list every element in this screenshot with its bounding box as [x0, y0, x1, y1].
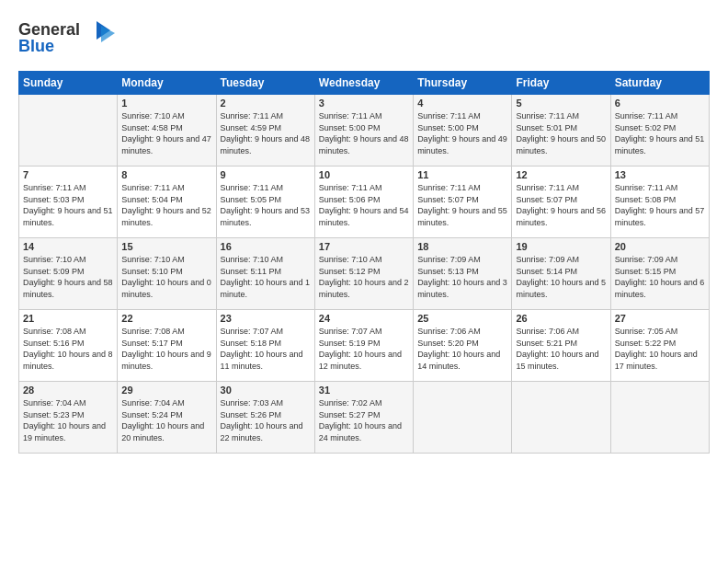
day-number: 3: [319, 98, 409, 109]
day-info: Sunrise: 7:10 AM Sunset: 5:12 PM Dayligh…: [319, 254, 409, 300]
calendar-cell: 26 Sunrise: 7:06 AM Sunset: 5:21 PM Dayl…: [512, 310, 610, 382]
day-info: Sunrise: 7:11 AM Sunset: 5:07 PM Dayligh…: [516, 182, 606, 228]
day-info: Sunrise: 7:07 AM Sunset: 5:18 PM Dayligh…: [221, 326, 311, 372]
calendar-cell: 4 Sunrise: 7:11 AM Sunset: 5:00 PM Dayli…: [414, 95, 512, 167]
day-info: Sunrise: 7:11 AM Sunset: 5:06 PM Dayligh…: [319, 182, 409, 228]
calendar-cell: 25 Sunrise: 7:06 AM Sunset: 5:20 PM Dayl…: [414, 310, 512, 382]
day-info: Sunrise: 7:03 AM Sunset: 5:26 PM Dayligh…: [221, 397, 311, 443]
calendar-cell: 3 Sunrise: 7:11 AM Sunset: 5:00 PM Dayli…: [314, 95, 413, 167]
day-info: Sunrise: 7:10 AM Sunset: 4:58 PM Dayligh…: [121, 110, 211, 156]
day-info: Sunrise: 7:04 AM Sunset: 5:23 PM Dayligh…: [23, 397, 113, 443]
calendar-cell: 13 Sunrise: 7:11 AM Sunset: 5:08 PM Dayl…: [610, 167, 709, 238]
calendar-header: Sunday Monday Tuesday Wednesday Thursday…: [19, 72, 710, 95]
calendar-body: 1 Sunrise: 7:10 AM Sunset: 4:58 PM Dayli…: [19, 95, 710, 454]
header-wednesday: Wednesday: [314, 72, 413, 95]
day-info: Sunrise: 7:11 AM Sunset: 5:01 PM Dayligh…: [516, 110, 606, 156]
day-info: Sunrise: 7:11 AM Sunset: 5:05 PM Dayligh…: [221, 182, 311, 228]
day-number: 5: [516, 98, 606, 109]
day-number: 14: [23, 241, 113, 252]
day-info: Sunrise: 7:11 AM Sunset: 5:00 PM Dayligh…: [319, 110, 409, 156]
header-saturday: Saturday: [610, 72, 709, 95]
calendar-cell: 7 Sunrise: 7:11 AM Sunset: 5:03 PM Dayli…: [19, 167, 118, 238]
day-info: Sunrise: 7:06 AM Sunset: 5:20 PM Dayligh…: [417, 326, 507, 372]
calendar-cell: 27 Sunrise: 7:05 AM Sunset: 5:22 PM Dayl…: [610, 310, 709, 382]
day-number: 6: [615, 98, 705, 109]
day-info: Sunrise: 7:10 AM Sunset: 5:10 PM Dayligh…: [121, 254, 211, 300]
header-friday: Friday: [512, 72, 610, 95]
day-info: Sunrise: 7:08 AM Sunset: 5:17 PM Dayligh…: [121, 326, 211, 372]
day-number: 29: [121, 385, 211, 396]
calendar-week-1: 7 Sunrise: 7:11 AM Sunset: 5:03 PM Dayli…: [19, 167, 710, 238]
calendar-cell: 29 Sunrise: 7:04 AM Sunset: 5:24 PM Dayl…: [118, 382, 216, 454]
day-number: 26: [516, 313, 606, 324]
day-number: 16: [221, 241, 311, 252]
svg-text:General: General: [18, 20, 80, 39]
day-number: 17: [319, 241, 409, 252]
day-number: 4: [417, 98, 507, 109]
day-number: 15: [121, 241, 211, 252]
day-number: 12: [516, 169, 606, 180]
calendar-cell: 8 Sunrise: 7:11 AM Sunset: 5:04 PM Dayli…: [118, 167, 216, 238]
calendar-cell: [414, 382, 512, 454]
day-info: Sunrise: 7:11 AM Sunset: 5:03 PM Dayligh…: [23, 182, 113, 228]
day-info: Sunrise: 7:09 AM Sunset: 5:15 PM Dayligh…: [615, 254, 705, 300]
day-number: 10: [319, 169, 409, 180]
day-info: Sunrise: 7:07 AM Sunset: 5:19 PM Dayligh…: [319, 326, 409, 372]
calendar-cell: [610, 382, 709, 454]
calendar-cell: 9 Sunrise: 7:11 AM Sunset: 5:05 PM Dayli…: [216, 167, 314, 238]
header-row: Sunday Monday Tuesday Wednesday Thursday…: [19, 72, 710, 95]
day-number: 8: [121, 169, 211, 180]
header: General Blue: [18, 17, 710, 62]
day-info: Sunrise: 7:04 AM Sunset: 5:24 PM Dayligh…: [121, 397, 211, 443]
day-info: Sunrise: 7:11 AM Sunset: 5:04 PM Dayligh…: [121, 182, 211, 228]
day-info: Sunrise: 7:10 AM Sunset: 5:09 PM Dayligh…: [23, 254, 113, 300]
day-number: 13: [615, 169, 705, 180]
calendar-cell: 28 Sunrise: 7:04 AM Sunset: 5:23 PM Dayl…: [19, 382, 118, 454]
day-info: Sunrise: 7:02 AM Sunset: 5:27 PM Dayligh…: [319, 397, 409, 443]
day-info: Sunrise: 7:10 AM Sunset: 5:11 PM Dayligh…: [221, 254, 311, 300]
day-info: Sunrise: 7:05 AM Sunset: 5:22 PM Dayligh…: [615, 326, 705, 372]
page: General Blue Sunday Monday Tuesday Wedne…: [0, 0, 728, 463]
day-number: 22: [121, 313, 211, 324]
day-number: 31: [319, 385, 409, 396]
calendar-cell: 10 Sunrise: 7:11 AM Sunset: 5:06 PM Dayl…: [314, 167, 413, 238]
day-info: Sunrise: 7:11 AM Sunset: 5:02 PM Dayligh…: [615, 110, 705, 156]
day-number: 20: [615, 241, 705, 252]
day-info: Sunrise: 7:09 AM Sunset: 5:13 PM Dayligh…: [417, 254, 507, 300]
calendar-cell: 24 Sunrise: 7:07 AM Sunset: 5:19 PM Dayl…: [314, 310, 413, 382]
calendar-cell: 30 Sunrise: 7:03 AM Sunset: 5:26 PM Dayl…: [216, 382, 314, 454]
day-info: Sunrise: 7:08 AM Sunset: 5:16 PM Dayligh…: [23, 326, 113, 372]
calendar-week-3: 21 Sunrise: 7:08 AM Sunset: 5:16 PM Dayl…: [19, 310, 710, 382]
header-monday: Monday: [118, 72, 216, 95]
calendar-cell: 17 Sunrise: 7:10 AM Sunset: 5:12 PM Dayl…: [314, 238, 413, 310]
calendar-cell: 23 Sunrise: 7:07 AM Sunset: 5:18 PM Dayl…: [216, 310, 314, 382]
calendar-cell: 22 Sunrise: 7:08 AM Sunset: 5:17 PM Dayl…: [118, 310, 216, 382]
day-number: 21: [23, 313, 113, 324]
calendar-cell: 20 Sunrise: 7:09 AM Sunset: 5:15 PM Dayl…: [610, 238, 709, 310]
calendar-cell: 16 Sunrise: 7:10 AM Sunset: 5:11 PM Dayl…: [216, 238, 314, 310]
calendar-cell: 19 Sunrise: 7:09 AM Sunset: 5:14 PM Dayl…: [512, 238, 610, 310]
day-info: Sunrise: 7:06 AM Sunset: 5:21 PM Dayligh…: [516, 326, 606, 372]
day-number: 25: [417, 313, 507, 324]
day-number: 19: [516, 241, 606, 252]
svg-text:Blue: Blue: [18, 37, 54, 55]
calendar-week-4: 28 Sunrise: 7:04 AM Sunset: 5:23 PM Dayl…: [19, 382, 710, 454]
day-number: 18: [417, 241, 507, 252]
header-thursday: Thursday: [414, 72, 512, 95]
calendar-cell: 12 Sunrise: 7:11 AM Sunset: 5:07 PM Dayl…: [512, 167, 610, 238]
calendar-cell: 31 Sunrise: 7:02 AM Sunset: 5:27 PM Dayl…: [314, 382, 413, 454]
calendar-cell: 2 Sunrise: 7:11 AM Sunset: 4:59 PM Dayli…: [216, 95, 314, 167]
header-tuesday: Tuesday: [216, 72, 314, 95]
day-number: 11: [417, 169, 507, 180]
calendar-cell: 6 Sunrise: 7:11 AM Sunset: 5:02 PM Dayli…: [610, 95, 709, 167]
day-number: 27: [615, 313, 705, 324]
day-info: Sunrise: 7:11 AM Sunset: 5:08 PM Dayligh…: [615, 182, 705, 228]
calendar-cell: 18 Sunrise: 7:09 AM Sunset: 5:13 PM Dayl…: [414, 238, 512, 310]
day-number: 1: [121, 98, 211, 109]
calendar-cell: 5 Sunrise: 7:11 AM Sunset: 5:01 PM Dayli…: [512, 95, 610, 167]
calendar-table: Sunday Monday Tuesday Wednesday Thursday…: [18, 71, 710, 454]
day-number: 2: [221, 98, 311, 109]
calendar-cell: [19, 95, 118, 167]
calendar-cell: 15 Sunrise: 7:10 AM Sunset: 5:10 PM Dayl…: [118, 238, 216, 310]
header-sunday: Sunday: [19, 72, 118, 95]
